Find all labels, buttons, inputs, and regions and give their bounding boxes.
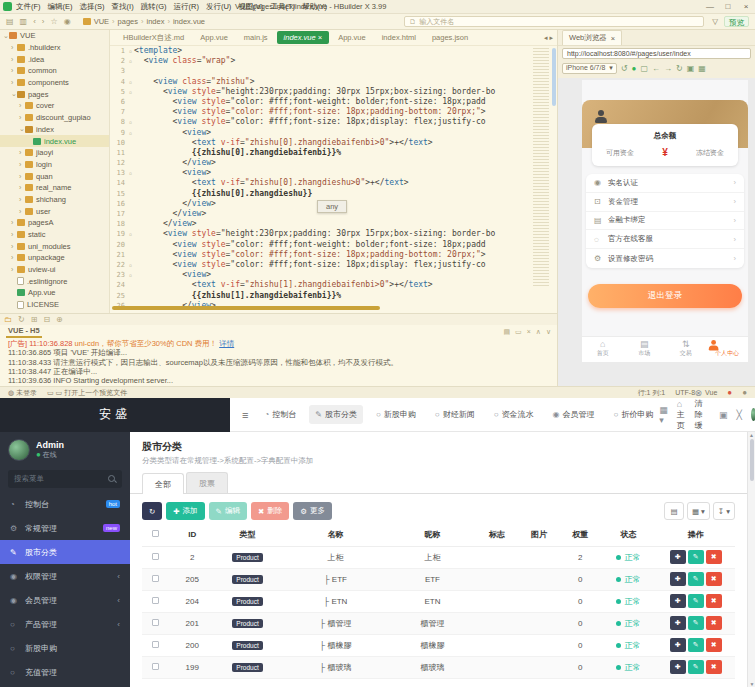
breadcrumb[interactable]: VUE›pages›index›index.vue xyxy=(83,17,205,26)
row-edit-button[interactable]: ✎ xyxy=(688,572,704,586)
tabbar-item-个人中心[interactable]: 个人中心 xyxy=(707,337,749,362)
minimap[interactable] xyxy=(533,48,549,288)
row-edit-button[interactable]: ✎ xyxy=(688,616,704,630)
nav-item-折价申购[interactable]: ○折价申购 xyxy=(607,405,659,424)
row-add-button[interactable]: ✚ xyxy=(670,660,686,674)
tree-item-VUE[interactable]: ⌄VUE xyxy=(0,30,109,42)
row-delete-button[interactable]: ✖ xyxy=(706,616,722,630)
sidebar-item-充值管理[interactable]: ○充值管理 xyxy=(0,660,130,684)
row-checkbox[interactable] xyxy=(152,663,159,670)
fold-icon[interactable]: ▫ xyxy=(127,168,134,178)
select-all-checkbox[interactable] xyxy=(152,530,159,537)
sidebar-item-常规管理[interactable]: ⚙常规管理new xyxy=(0,516,130,540)
preview-tab[interactable]: Web浏览器 × xyxy=(562,30,622,45)
menu-item-金融卡绑定[interactable]: ▤金融卡绑定› xyxy=(586,212,744,231)
brand-logo[interactable]: 安盛 xyxy=(0,398,230,432)
preview-control-icon[interactable]: → xyxy=(664,64,672,73)
tree-item-quan[interactable]: ›quan xyxy=(0,170,109,182)
delete-button[interactable]: ✖删除 xyxy=(251,502,289,520)
nav-item-控制台[interactable]: ◔控制台 xyxy=(258,405,302,424)
page-scrollbar[interactable]: ▲ ▼ xyxy=(747,432,755,687)
add-button[interactable]: ✚添加 xyxy=(166,502,204,520)
tree-item-.hbuilderx[interactable]: ›.hbuilderx xyxy=(0,42,109,54)
column-header[interactable]: 类型 xyxy=(216,524,278,546)
tree-item-cover[interactable]: ›cover xyxy=(0,100,109,112)
tree-item-uni_modules[interactable]: ›uni_modules xyxy=(0,240,109,252)
preview-button[interactable]: 预览 xyxy=(724,16,749,27)
menu-item[interactable]: 文件(F) xyxy=(16,2,41,12)
preview-control-icon[interactable]: ▢ xyxy=(640,64,648,73)
sidebar-search-input[interactable]: 搜索菜单 xyxy=(8,470,122,488)
vertical-scrollbar[interactable] xyxy=(552,48,556,106)
fold-icon[interactable]: ▫ xyxy=(127,229,134,239)
fold-icon[interactable]: ▫ xyxy=(127,117,134,127)
preview-control-icon[interactable]: ▦ xyxy=(698,64,706,73)
menu-item-官方在线客服[interactable]: ◌官方在线客服› xyxy=(586,230,744,249)
admin-avatar[interactable] xyxy=(751,408,755,421)
column-header[interactable]: 权重 xyxy=(560,524,600,546)
tree-item-pages[interactable]: ⌄pages xyxy=(0,88,109,100)
menu-item[interactable]: 编辑(E) xyxy=(48,2,73,12)
tree-item-discount_gupiao[interactable]: ›discount_gupiao xyxy=(0,112,109,124)
nav-item-财经新闻[interactable]: ○财经新闻 xyxy=(429,405,481,424)
open-last-preview[interactable]: ▭ ▭ 打开上一个预览文件 xyxy=(47,388,127,398)
row-delete-button[interactable]: ✖ xyxy=(706,550,722,564)
console-action-icon[interactable]: ▤ xyxy=(503,328,510,336)
edit-button[interactable]: ✎编辑 xyxy=(209,502,247,520)
minimize-icon[interactable]: — xyxy=(701,2,719,11)
tree-item-user[interactable]: ›user xyxy=(0,205,109,217)
console-action-icon[interactable]: × xyxy=(527,328,531,336)
detail-link[interactable]: 详情 xyxy=(219,339,234,348)
tree-item-index.vue[interactable]: index.vue xyxy=(0,135,109,147)
tabbar-item-首页[interactable]: ⌂首页 xyxy=(582,337,624,362)
nav-item-会员管理[interactable]: ◉会员管理 xyxy=(547,405,601,424)
toolbar-icon[interactable]: ☆ xyxy=(50,17,57,26)
menu-toggle-icon[interactable]: ≡ xyxy=(242,409,248,421)
tabbar-item-交易[interactable]: ⇅交易 xyxy=(665,337,707,362)
fold-icon[interactable]: ▫ xyxy=(127,46,134,56)
tree-tool-icon[interactable]: ⊟ xyxy=(43,315,50,324)
tree-tool-icon[interactable]: ⊞ xyxy=(31,315,38,324)
menu-item[interactable]: 查找(I) xyxy=(112,2,134,12)
tree-item-index[interactable]: ⌄index xyxy=(0,124,109,136)
row-edit-button[interactable]: ✎ xyxy=(688,550,704,564)
console-action-icon[interactable]: ∧ xyxy=(536,328,541,336)
tree-item-jiaoyi[interactable]: ›jiaoyi xyxy=(0,147,109,159)
preview-control-icon[interactable]: ↺ xyxy=(621,64,628,73)
close-icon[interactable]: × xyxy=(611,34,615,43)
preview-controls[interactable]: ↺●▢←→↻▣▦ xyxy=(621,64,706,73)
row-delete-button[interactable]: ✖ xyxy=(706,638,722,652)
console-tab[interactable]: VUE - H5 xyxy=(6,326,42,338)
console-action-icon[interactable]: ∨ xyxy=(546,328,551,336)
logout-button[interactable]: 退出登录 xyxy=(588,284,742,308)
tree-item-login[interactable]: ›login xyxy=(0,159,109,171)
row-checkbox[interactable] xyxy=(152,575,159,582)
menu-item-资金管理[interactable]: ⊡资金管理› xyxy=(586,193,744,212)
tree-item-uview-ui[interactable]: ›uview-ui xyxy=(0,264,109,276)
url-bar[interactable]: http://localhost:8080/#/pages/user/index xyxy=(562,48,751,59)
editor-tab[interactable]: HBuilderX自述.md xyxy=(116,31,191,45)
toolbar-icon[interactable]: › xyxy=(42,17,45,26)
login-status[interactable]: ◍ 未登录 xyxy=(8,388,37,398)
code-area[interactable]: 1▫<template>2▫ <view class="wrap">34▫ <v… xyxy=(110,46,557,313)
menu-item[interactable]: 跳转(G) xyxy=(141,2,167,12)
preview-control-icon[interactable]: ▣ xyxy=(687,64,695,73)
menu-item[interactable]: 发行(U) xyxy=(206,2,231,12)
editor-tab[interactable]: pages.json xyxy=(425,31,475,44)
tree-item-components[interactable]: ›components xyxy=(0,77,109,89)
column-header[interactable]: 名称 xyxy=(279,524,390,546)
row-edit-button[interactable]: ✎ xyxy=(688,638,704,652)
tree-item-real_name[interactable]: ›real_name xyxy=(0,182,109,194)
row-delete-button[interactable]: ✖ xyxy=(706,660,722,674)
filter-icon[interactable]: ▽ xyxy=(712,17,718,26)
sidebar-avatar[interactable] xyxy=(8,439,30,461)
menu-item-实名认证[interactable]: ◉实名认证› xyxy=(586,174,744,193)
nav-item-新股申购[interactable]: ○新股申购 xyxy=(370,405,422,424)
tree-item-unpackage[interactable]: ›unpackage xyxy=(0,252,109,264)
tab-scroll-icon[interactable]: ◂ xyxy=(544,34,548,42)
preview-control-icon[interactable]: ← xyxy=(652,64,660,73)
toggle-search-button[interactable]: ▤ xyxy=(664,502,684,520)
scroll-up-icon[interactable]: ▲ xyxy=(748,432,755,438)
column-header[interactable]: 标志 xyxy=(476,524,518,546)
scroll-thumb[interactable] xyxy=(750,439,754,481)
